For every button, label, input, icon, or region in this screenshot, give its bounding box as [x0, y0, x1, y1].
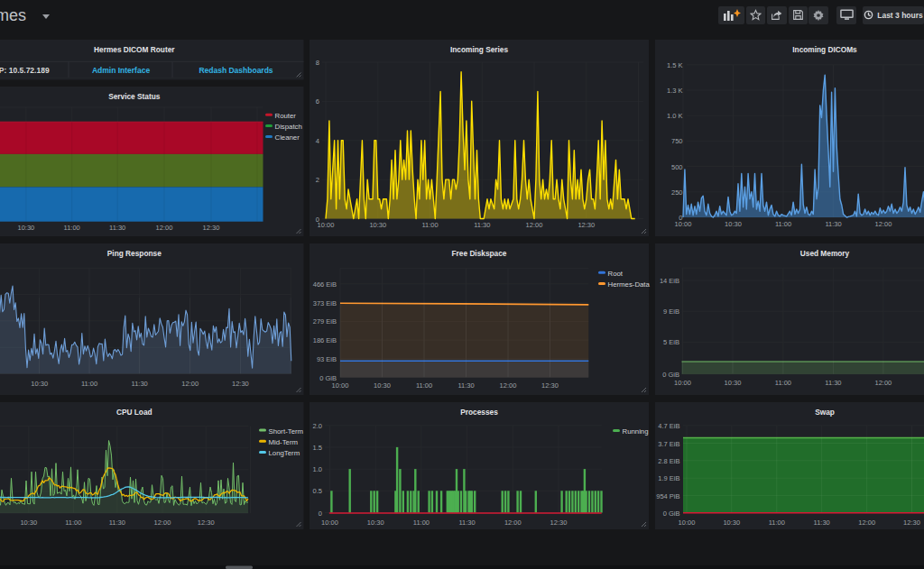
svg-text:1.0 K: 1.0 K: [667, 112, 683, 120]
svg-text:Incoming DICOMs: Incoming DICOMs: [792, 45, 857, 54]
svg-text:11:00: 11:00: [64, 224, 80, 232]
svg-text:IP: 10.5.72.189: IP: 10.5.72.189: [0, 66, 50, 75]
svg-text:8: 8: [316, 59, 319, 67]
svg-text:1.5 K: 1.5 K: [667, 61, 683, 69]
svg-text:11:30: 11:30: [814, 519, 830, 527]
svg-text:Admin Interface: Admin Interface: [92, 66, 151, 75]
svg-text:Cleaner: Cleaner: [275, 133, 300, 142]
svg-text:10:30: 10:30: [18, 224, 35, 232]
svg-text:10:00: 10:00: [674, 379, 691, 387]
svg-text:11:30: 11:30: [109, 519, 125, 527]
svg-text:14 EiB: 14 EiB: [660, 277, 679, 285]
svg-text:10:30: 10:30: [20, 519, 37, 527]
svg-text:Redash Dashboards: Redash Dashboards: [199, 66, 273, 75]
svg-text:Short-Term: Short-Term: [269, 427, 304, 436]
svg-text:250: 250: [671, 188, 683, 197]
svg-text:Root: Root: [608, 270, 624, 278]
svg-text:1.9 EiB: 1.9 EiB: [658, 474, 679, 482]
svg-text:Free Diskspace: Free Diskspace: [452, 249, 507, 258]
svg-text:11:30: 11:30: [825, 379, 841, 387]
svg-text:10:00: 10:00: [675, 220, 692, 228]
svg-text:11:00: 11:00: [413, 519, 430, 527]
svg-text:0: 0: [319, 509, 322, 518]
svg-text:12:00: 12:00: [875, 379, 892, 387]
svg-text:Service Status: Service Status: [108, 92, 161, 101]
svg-text:279 EiB: 279 EiB: [313, 317, 337, 326]
svg-text:1.3 K: 1.3 K: [667, 87, 683, 95]
svg-text:10:00: 10:00: [679, 519, 696, 527]
svg-text:12:30: 12:30: [550, 519, 568, 527]
svg-text:10:00: 10:00: [332, 381, 349, 390]
svg-text:2.0: 2.0: [313, 422, 322, 430]
svg-text:0 GiB: 0 GiB: [662, 371, 679, 379]
svg-text:12:00: 12:00: [504, 519, 522, 527]
svg-text:11:00: 11:00: [775, 220, 791, 228]
svg-text:12:30: 12:30: [541, 381, 559, 390]
svg-text:186 EiB: 186 EiB: [313, 336, 337, 344]
svg-text:11:00: 11:00: [81, 380, 97, 388]
svg-text:12:30: 12:30: [232, 380, 249, 388]
svg-text:6: 6: [316, 97, 319, 106]
svg-text:CPU Load: CPU Load: [116, 408, 152, 417]
svg-text:10:30: 10:30: [725, 220, 742, 228]
svg-text:Hermes-Data: Hermes-Data: [608, 280, 651, 289]
svg-text:11:00: 11:00: [65, 519, 81, 527]
svg-text:9 EiB: 9 EiB: [663, 307, 679, 316]
svg-text:466 EiB: 466 EiB: [313, 280, 337, 289]
svg-text:12:30: 12:30: [578, 221, 595, 229]
svg-text:11:30: 11:30: [457, 381, 474, 390]
svg-text:Running: Running: [623, 427, 649, 436]
svg-text:11:00: 11:00: [421, 221, 438, 229]
svg-text:10:30: 10:30: [723, 519, 740, 527]
svg-text:Mid-Term: Mid-Term: [269, 438, 299, 446]
svg-text:500: 500: [671, 163, 683, 171]
svg-text:Dispatch: Dispatch: [275, 123, 302, 131]
svg-text:11:30: 11:30: [132, 380, 148, 388]
svg-text:0 GiB: 0 GiB: [663, 509, 680, 518]
svg-text:12:30: 12:30: [903, 519, 920, 527]
svg-text:10:30: 10:30: [369, 221, 386, 229]
svg-text:Ping Response: Ping Response: [107, 249, 162, 258]
svg-text:Swap: Swap: [815, 408, 835, 417]
svg-text:11:30: 11:30: [458, 519, 475, 527]
svg-text:1.0: 1.0: [313, 465, 322, 473]
svg-text:Router: Router: [275, 112, 297, 120]
svg-text:12:30: 12:30: [198, 519, 215, 527]
svg-text:12:00: 12:00: [154, 519, 171, 527]
svg-text:4.7 EiB: 4.7 EiB: [658, 422, 679, 430]
svg-text:Hermes DICOM Router: Hermes DICOM Router: [94, 45, 175, 54]
svg-text:11:00: 11:00: [416, 381, 432, 390]
svg-text:1.5: 1.5: [313, 444, 322, 452]
svg-text:11:30: 11:30: [474, 221, 490, 229]
svg-text:10:30: 10:30: [31, 380, 48, 388]
svg-text:10:00: 10:00: [318, 221, 335, 229]
svg-text:954 PiB: 954 PiB: [656, 492, 679, 500]
svg-text:4: 4: [316, 137, 319, 145]
svg-text:10:00: 10:00: [321, 519, 338, 527]
svg-text:10:30: 10:30: [374, 381, 391, 390]
svg-text:2.8 EiB: 2.8 EiB: [658, 457, 679, 465]
svg-text:2: 2: [316, 176, 319, 184]
svg-text:5 EiB: 5 EiB: [663, 338, 679, 346]
svg-text:11:00: 11:00: [769, 519, 785, 527]
svg-text:373 EiB: 373 EiB: [313, 299, 337, 307]
svg-text:12:00: 12:00: [858, 519, 875, 527]
svg-text:12:00: 12:00: [875, 220, 892, 228]
svg-text:LongTerm: LongTerm: [269, 449, 300, 457]
svg-text:11:30: 11:30: [825, 220, 841, 228]
svg-text:Processes: Processes: [460, 408, 498, 417]
svg-text:750: 750: [671, 137, 683, 145]
svg-text:93 EiB: 93 EiB: [317, 355, 337, 363]
svg-text:11:00: 11:00: [775, 379, 791, 387]
svg-text:10:30: 10:30: [367, 519, 384, 527]
svg-text:Incoming Series: Incoming Series: [450, 45, 508, 54]
svg-text:3.7 EiB: 3.7 EiB: [658, 440, 679, 448]
svg-text:0.5: 0.5: [313, 487, 322, 495]
svg-text:10:30: 10:30: [725, 379, 742, 387]
svg-text:11:30: 11:30: [109, 224, 125, 232]
svg-text:12:30: 12:30: [203, 224, 220, 232]
svg-text:12:00: 12:00: [156, 224, 173, 232]
svg-text:12:00: 12:00: [500, 381, 517, 390]
svg-text:Used Memory: Used Memory: [800, 249, 850, 258]
svg-text:12:00: 12:00: [526, 221, 543, 229]
